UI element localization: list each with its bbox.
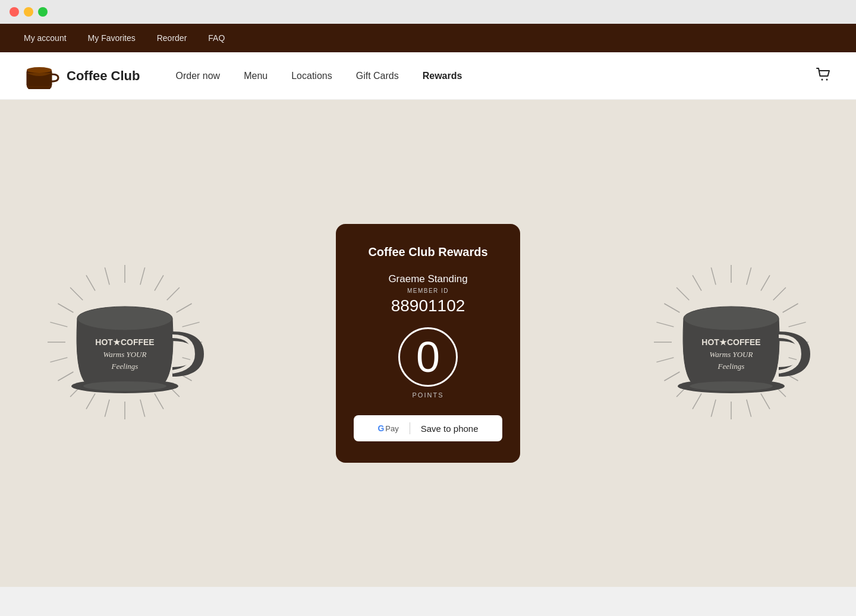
svg-line-57 — [693, 275, 701, 290]
top-nav-my-favorites[interactable]: My Favorites — [88, 33, 136, 43]
deco-cup-right: HOT★COFFEE Warms YOUR Feelings — [642, 253, 820, 434]
svg-text:Warms YOUR: Warms YOUR — [710, 350, 753, 359]
rewards-section: HOT★COFFEE Warms YOUR Feelings Coffee Cl… — [0, 100, 856, 587]
svg-line-10 — [182, 322, 200, 327]
svg-point-3 — [822, 78, 823, 80]
svg-line-56 — [676, 288, 689, 300]
svg-line-18 — [105, 400, 109, 417]
svg-line-52 — [656, 358, 674, 362]
gpay-g: G — [377, 424, 384, 433]
svg-line-46 — [747, 400, 751, 417]
save-to-phone-label: Save to phone — [421, 424, 479, 434]
member-id-label: MEMBER ID — [407, 288, 449, 294]
svg-point-4 — [826, 78, 828, 80]
svg-line-51 — [664, 372, 679, 381]
logo-icon — [24, 61, 59, 91]
svg-text:Feelings: Feelings — [717, 362, 745, 371]
gpay-pay: Pay — [385, 424, 398, 433]
svg-point-59 — [684, 307, 779, 330]
points-value: 0 — [398, 327, 458, 387]
svg-line-6 — [140, 267, 145, 285]
svg-line-25 — [58, 304, 73, 312]
nav-gift-cards[interactable]: Gift Cards — [356, 71, 399, 81]
top-nav-my-account[interactable]: My account — [24, 33, 67, 43]
svg-line-24 — [50, 322, 67, 327]
svg-point-1 — [27, 67, 52, 73]
svg-line-45 — [761, 394, 770, 409]
svg-line-15 — [155, 394, 163, 409]
save-to-phone-button[interactable]: G Pay Save to phone — [354, 415, 502, 441]
svg-line-7 — [155, 275, 163, 290]
logo-link[interactable]: Coffee Club — [24, 61, 140, 91]
logo-text: Coffee Club — [67, 68, 140, 84]
cart-icon[interactable] — [816, 67, 832, 86]
traffic-light-red[interactable] — [10, 7, 19, 17]
svg-line-37 — [761, 275, 770, 290]
nav-menu[interactable]: Menu — [244, 71, 268, 81]
svg-point-34 — [83, 381, 166, 391]
svg-line-16 — [140, 400, 145, 417]
points-label: POINTS — [413, 391, 444, 399]
svg-line-49 — [693, 394, 701, 409]
main-nav: Coffee Club Order now Menu Locations Gif… — [0, 52, 856, 100]
svg-line-27 — [86, 275, 95, 290]
svg-line-9 — [177, 304, 192, 312]
rewards-card-title: Coffee Club Rewards — [368, 245, 487, 259]
svg-line-36 — [747, 267, 751, 285]
svg-line-48 — [711, 400, 716, 417]
svg-text:Feelings: Feelings — [111, 362, 139, 371]
svg-line-40 — [789, 322, 806, 327]
svg-text:HOT★COFFEE: HOT★COFFEE — [701, 337, 760, 347]
svg-line-39 — [783, 304, 798, 312]
svg-line-58 — [711, 267, 716, 285]
main-nav-links: Order now Menu Locations Gift Cards Rewa… — [175, 71, 816, 81]
svg-line-19 — [86, 394, 95, 409]
svg-line-8 — [167, 288, 180, 300]
top-nav: My account My Favorites Reorder FAQ — [0, 24, 856, 52]
svg-line-55 — [664, 304, 679, 312]
svg-text:Warms YOUR: Warms YOUR — [103, 350, 147, 359]
svg-line-54 — [656, 322, 674, 327]
nav-locations[interactable]: Locations — [291, 71, 332, 81]
divider — [410, 422, 410, 434]
svg-line-28 — [105, 267, 109, 285]
top-nav-reorder[interactable]: Reorder — [157, 33, 187, 43]
svg-point-64 — [690, 381, 773, 391]
svg-line-26 — [70, 288, 83, 300]
rewards-card: Coffee Club Rewards Graeme Standing MEMB… — [336, 224, 520, 463]
svg-point-29 — [77, 307, 172, 330]
gpay-logo: G Pay — [377, 424, 398, 433]
top-nav-faq[interactable]: FAQ — [208, 33, 225, 43]
member-id-value: 88901102 — [391, 296, 465, 315]
nav-rewards[interactable]: Rewards — [423, 71, 462, 81]
member-name: Graeme Standing — [388, 273, 467, 285]
svg-line-38 — [773, 288, 786, 300]
svg-line-21 — [58, 372, 73, 381]
window-chrome — [0, 0, 856, 24]
svg-line-22 — [50, 358, 67, 362]
traffic-light-yellow[interactable] — [24, 7, 33, 17]
deco-cup-left: HOT★COFFEE Warms YOUR Feelings — [36, 253, 214, 434]
svg-text:HOT★COFFEE: HOT★COFFEE — [95, 337, 154, 347]
nav-order-now[interactable]: Order now — [175, 71, 220, 81]
traffic-light-green[interactable] — [38, 7, 48, 17]
